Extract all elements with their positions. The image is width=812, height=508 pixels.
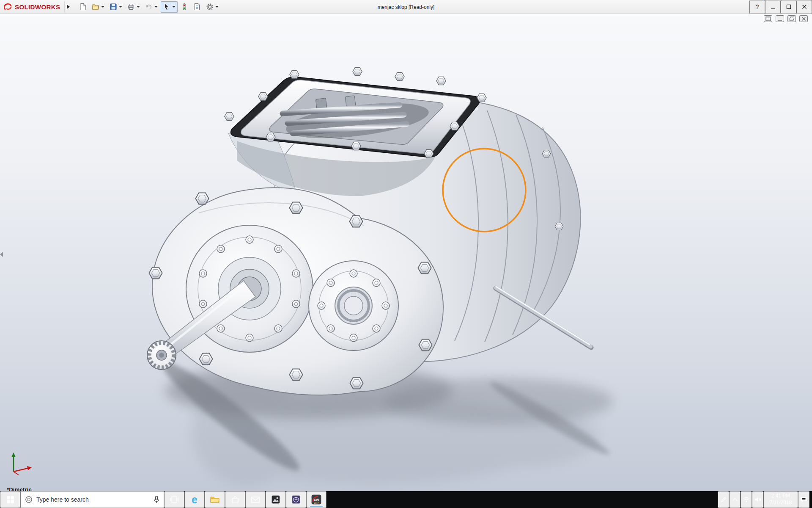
file-explorer-button[interactable] <box>205 491 225 508</box>
store-bag-icon <box>231 496 239 504</box>
windows-logo-icon <box>7 496 14 503</box>
undo-button[interactable] <box>143 1 160 13</box>
graphics-area[interactable]: *Dimetric <box>0 14 812 491</box>
select-tool-button[interactable] <box>161 1 178 13</box>
orientation-triad-icon <box>8 450 36 477</box>
viewer-3d-button[interactable] <box>286 491 306 508</box>
document-title: menjac sklop [Read-only] <box>378 0 435 14</box>
help-button[interactable]: ? <box>749 0 765 14</box>
cortana-icon <box>25 496 33 503</box>
dropdown-caret-icon[interactable] <box>137 6 140 8</box>
featuremanager-collapse-arrow[interactable] <box>0 250 5 259</box>
viewer-3d-icon <box>292 495 300 504</box>
gear-icon <box>206 3 214 11</box>
solidworks-window: SOLIDWORKS <box>0 0 812 508</box>
document-window-menu-button[interactable] <box>764 15 772 22</box>
minimize-icon <box>771 4 776 9</box>
volume-tray-button[interactable] <box>752 491 763 508</box>
store-button[interactable] <box>225 491 245 508</box>
dropdown-caret-icon[interactable] <box>154 6 158 8</box>
minimize-icon <box>777 17 783 21</box>
file-properties-icon <box>193 3 201 11</box>
maximize-icon <box>786 4 791 9</box>
system-tray: 2:41 PM 7/11/2018 <box>718 491 812 508</box>
mail-envelope-icon <box>251 497 260 503</box>
clock-time: 2:41 PM <box>771 493 790 500</box>
close-icon <box>801 17 807 21</box>
print-button[interactable] <box>125 1 142 13</box>
chevron-up-icon <box>732 498 738 501</box>
print-icon <box>127 3 135 11</box>
clock-date: 7/11/2018 <box>770 500 792 506</box>
windows-taskbar: e SW 2017 <box>0 491 812 508</box>
save-icon <box>110 3 117 11</box>
left-arrow-icon <box>0 252 3 257</box>
file-properties-button[interactable] <box>191 1 203 13</box>
secondary-bearing-boss[interactable] <box>309 261 398 351</box>
save-button[interactable] <box>107 1 124 13</box>
dropdown-caret-icon[interactable] <box>101 6 104 8</box>
select-cursor-icon <box>163 3 170 11</box>
view-orientation-label: *Dimetric <box>7 486 32 491</box>
document-minimize-button[interactable] <box>776 15 784 22</box>
network-wifi-icon <box>743 497 750 502</box>
open-folder-icon <box>92 3 99 11</box>
action-center-icon <box>800 496 807 503</box>
document-restore-button[interactable] <box>787 15 796 22</box>
photos-button[interactable] <box>266 491 286 508</box>
dropdown-caret-icon[interactable] <box>119 6 122 8</box>
dropdown-caret-icon[interactable] <box>172 6 176 8</box>
microphone-icon[interactable] <box>154 496 159 503</box>
task-view-button[interactable] <box>164 491 184 508</box>
main-toolbar <box>77 0 221 14</box>
show-desktop-strip[interactable] <box>809 491 812 508</box>
open-document-button[interactable] <box>90 1 107 13</box>
undo-icon <box>145 3 153 11</box>
photos-icon <box>272 495 280 504</box>
file-explorer-icon <box>210 496 219 503</box>
hidden-icons-button[interactable] <box>729 491 741 508</box>
minimize-button[interactable] <box>765 0 781 14</box>
new-document-icon <box>79 3 87 11</box>
network-tray-button[interactable] <box>741 491 752 508</box>
svg-text:2017: 2017 <box>314 502 318 504</box>
pen-icon <box>721 497 727 502</box>
solidworks-taskbar-button[interactable]: SW 2017 <box>306 491 326 508</box>
edge-icon: e <box>192 494 198 505</box>
taskbar-clock[interactable]: 2:41 PM 7/11/2018 <box>763 491 798 508</box>
rebuild-button[interactable] <box>178 1 190 13</box>
right-arrow-icon <box>67 5 70 9</box>
solidworks-logo: SOLIDWORKS <box>0 0 64 14</box>
task-view-icon <box>170 496 178 503</box>
window-icon <box>765 17 771 21</box>
close-icon <box>802 4 807 9</box>
model-3d-gearbox[interactable] <box>0 14 812 491</box>
start-button[interactable] <box>0 491 20 508</box>
maximize-button[interactable] <box>781 0 796 14</box>
edge-button[interactable]: e <box>184 491 205 508</box>
titlebar: SOLIDWORKS <box>0 0 812 14</box>
speaker-icon <box>754 497 761 502</box>
action-center-button[interactable] <box>798 491 809 508</box>
document-window-controls <box>764 15 808 22</box>
toolbar-expand-arrow[interactable] <box>64 1 72 12</box>
close-button[interactable] <box>796 0 812 14</box>
new-document-button[interactable] <box>77 1 89 13</box>
dropdown-caret-icon[interactable] <box>215 6 219 8</box>
solidworks-app-icon: SW 2017 <box>311 494 321 505</box>
restore-icon <box>789 17 795 21</box>
rebuild-traffic-light-icon <box>181 3 188 11</box>
pen-tray-button[interactable] <box>718 491 729 508</box>
mail-button[interactable] <box>245 491 266 508</box>
brand-wordmark: SOLIDWORKS <box>15 3 60 11</box>
document-close-button[interactable] <box>799 15 808 22</box>
options-button[interactable] <box>204 1 221 13</box>
window-controls: ? <box>749 0 812 14</box>
splined-shaft-end <box>147 341 176 370</box>
ds-logo-icon <box>3 3 13 11</box>
taskbar-search-box[interactable] <box>20 491 164 508</box>
search-input[interactable] <box>36 496 150 503</box>
